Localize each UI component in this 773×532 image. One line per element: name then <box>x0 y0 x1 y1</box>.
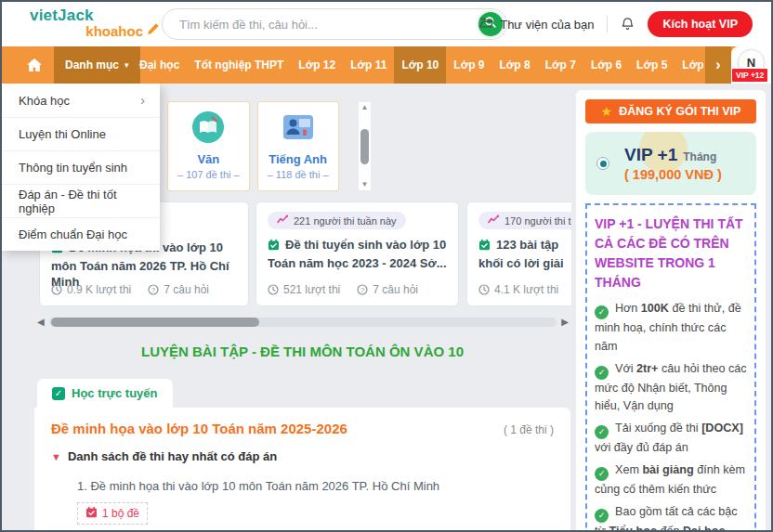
nav-item-10[interactable]: Lớp 5 <box>629 46 675 84</box>
logo[interactable]: vietJack khoahoc <box>30 7 160 38</box>
danh-muc-dropdown: Khóa học›Luyện thi OnlineThông tin tuyển… <box>2 84 160 251</box>
dropdown-item-2[interactable]: Luyện thi Online <box>2 117 160 150</box>
dropdown-item-label: Luyện thi Online <box>19 127 106 141</box>
panel-subheading[interactable]: ▼ Danh sách đề thi hay nhất có đáp án <box>51 449 554 463</box>
nav-item-2[interactable]: Tốt nghiệp THPT <box>187 46 291 84</box>
svg-text:?: ? <box>360 286 364 294</box>
activate-vip-button[interactable]: Kích hoạt VIP <box>648 11 753 37</box>
logo-line2: khoahoc <box>30 24 160 38</box>
question-icon: ? <box>357 284 368 295</box>
nav-more-button[interactable]: › <box>705 46 731 84</box>
exam-title-text: Đề thi tuyển sinh vào lớp 10 Toán năm họ… <box>268 238 447 270</box>
exam-set-badge[interactable]: 1 bộ đề <box>77 502 148 525</box>
danh-muc-label: Danh mục <box>65 58 119 71</box>
horizontal-scroll-thumb[interactable] <box>51 318 259 327</box>
search-bar <box>162 8 507 40</box>
plan-radio[interactable] <box>596 157 609 170</box>
benefit-text: 100K <box>641 302 669 315</box>
library-label: Thư viện của bạn <box>500 18 594 32</box>
chevron-right-icon: › <box>715 57 720 73</box>
benefit-text: Với <box>615 362 636 375</box>
nav-item-6[interactable]: Lớp 9 <box>446 46 491 84</box>
nav-item-5[interactable]: Lớp 10 <box>394 46 446 84</box>
check-circle-icon: ✓ <box>595 425 609 439</box>
scroll-down-icon[interactable]: ▼ <box>361 181 369 188</box>
chevron-down-icon: ▼ <box>51 451 61 462</box>
svg-text:?: ? <box>151 286 155 294</box>
exam-badge-text: 221 người thi tuần này <box>294 215 397 227</box>
nav-item-4[interactable]: Lớp 11 <box>343 46 394 84</box>
benefit-text: [DOCX] <box>701 422 743 435</box>
exam-title[interactable]: Đề thi tuyển sinh vào lớp 10 Toán năm họ… <box>268 237 447 271</box>
dropdown-item-label: Điểm chuẩn Đại học <box>19 227 127 241</box>
panel-subheading-label: Danh sách đề thi hay nhất có đáp án <box>68 449 277 463</box>
subject-card-1[interactable]: Văn– 107 đề thi – <box>167 101 250 191</box>
teacher-icon <box>268 110 329 149</box>
stat-text: 4.1 K lượt thi <box>494 283 558 296</box>
dropdown-item-label: Đáp án - Đề thi tốt nghiệp <box>19 188 145 215</box>
exam-list-panel: Đề minh họa vào lớp 10 Toán năm 2025-202… <box>34 408 570 532</box>
dropdown-item-3[interactable]: Thông tin tuyển sinh <box>2 150 160 184</box>
vip-benefits: ✓Hơn 100K đề thi thử, đề minh hoạ, chính… <box>595 300 747 530</box>
panel-header: Đề minh họa vào lớp 10 Toán năm 2025-202… <box>51 421 554 436</box>
clock-icon <box>51 284 62 295</box>
exam-title-text: 123 bài tập khối có lời giải <box>478 238 564 270</box>
stat-text: 521 lượt thi <box>283 283 340 296</box>
tab-label: Học trực tuyến <box>72 386 158 400</box>
register-vip-label: ĐĂNG KÝ GÓI THI VIP <box>619 105 740 118</box>
dropdown-item-5[interactable]: Điểm chuẩn Đại học <box>2 217 160 251</box>
horizontal-scroll-track[interactable] <box>49 318 557 327</box>
subject-card-2[interactable]: Tiếng Anh– 118 đề thi – <box>257 101 339 191</box>
exam-card: 221 người thi tuần nàyĐề thi tuyển sinh … <box>255 201 459 306</box>
nav-item-danh-muc[interactable]: Danh mục ▾ <box>54 46 140 84</box>
nav-item-1[interactable]: Đại học <box>132 46 187 84</box>
folder-icon <box>478 17 493 32</box>
nav-item-3[interactable]: Lớp 12 <box>291 46 343 84</box>
scroll-up-icon[interactable]: ▲ <box>361 104 369 111</box>
main-nav: Danh mục ▾ Đại họcTốt nghiệp THPTLớp 12L… <box>2 46 771 84</box>
scroll-right-icon[interactable]: ▶ <box>561 318 569 327</box>
nav-item-11[interactable]: Lớp 4 <box>675 46 705 84</box>
check-circle-icon: ✓ <box>595 366 609 380</box>
star-icon: ★ <box>601 104 613 119</box>
chart-icon <box>488 214 499 227</box>
search-input[interactable] <box>163 18 477 32</box>
vip-benefit-2: ✓Với 2tr+ câu hỏi theo các mức độ Nhận b… <box>595 360 747 417</box>
benefit-text: 2tr+ <box>636 362 658 375</box>
bell-icon[interactable] <box>621 17 635 32</box>
benefit-text: đến <box>657 525 683 530</box>
header-actions: Thư viện của bạn Kích hoạt VIP <box>478 2 753 46</box>
calendar-check-icon <box>85 506 98 521</box>
register-vip-button[interactable]: ★ ĐĂNG KÝ GÓI THI VIP <box>585 99 756 123</box>
vip-plan-card[interactable]: VIP +1 Tháng ( 199,000 VNĐ ) <box>585 132 756 195</box>
benefit-text: Xem <box>615 463 642 476</box>
clock-icon <box>478 284 490 295</box>
plan-unit: Tháng <box>683 150 716 163</box>
vip-benefits-box: VIP +1 - LUYỆN THI TẤT CẢ CÁC ĐỀ CÓ TRÊN… <box>585 203 756 530</box>
check-circle-icon: ✓ <box>595 509 609 523</box>
dropdown-item-label: Khóa học <box>19 94 70 108</box>
benefit-text: Hơn <box>615 302 641 315</box>
chart-icon <box>277 214 288 227</box>
nav-item-8[interactable]: Lớp 7 <box>538 46 583 84</box>
vertical-scroll-thumb[interactable] <box>360 129 369 164</box>
library-link[interactable]: Thư viện của bạn <box>478 17 594 32</box>
dropdown-item-1[interactable]: Khóa học› <box>2 84 160 117</box>
exam-title[interactable]: 123 bài tập khối có lời giải <box>478 237 571 271</box>
plan-text: VIP +1 Tháng ( 199,000 VNĐ ) <box>624 145 722 182</box>
tab-hoc-truc-tuyen[interactable]: ✓ Học trực tuyến <box>37 379 173 408</box>
exam-stat: 0.9 K lượt thi <box>51 283 131 296</box>
subject-name: Văn <box>177 152 240 166</box>
benefit-text: Đại học <box>683 525 726 530</box>
nav-item-9[interactable]: Lớp 6 <box>583 46 629 84</box>
question-icon: ? <box>148 284 159 295</box>
exam-list-item[interactable]: 1. Đề minh họa thi vào lớp 10 môn Toán n… <box>77 479 554 493</box>
dropdown-item-4[interactable]: Đáp án - Đề thi tốt nghiệp <box>2 184 160 217</box>
pencil-icon <box>146 22 160 38</box>
subjects-vertical-scrollbar[interactable]: ▲ ▼ <box>358 101 372 191</box>
exam-cards-horizontal-scrollbar[interactable]: ◀ ▶ <box>37 314 569 331</box>
exam-badge-text: 170 người thi tuần này <box>504 215 571 227</box>
home-icon[interactable] <box>26 46 43 84</box>
nav-item-7[interactable]: Lớp 8 <box>492 46 538 84</box>
scroll-left-icon[interactable]: ◀ <box>37 318 45 327</box>
